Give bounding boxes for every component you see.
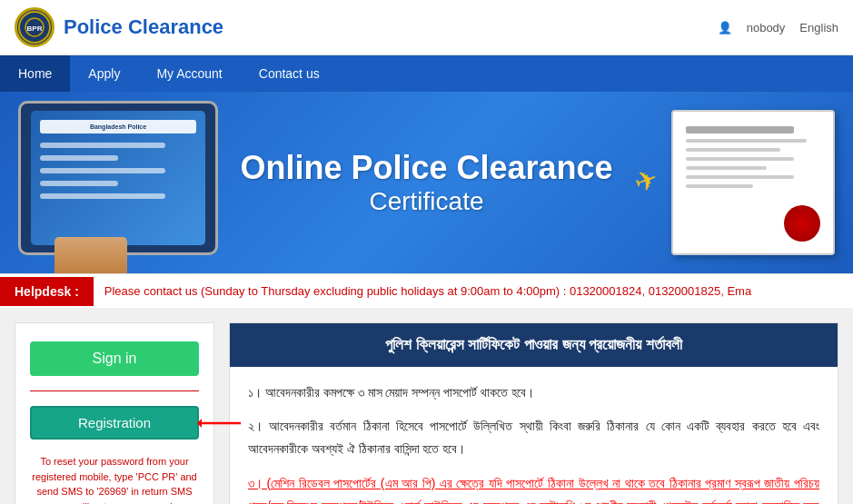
svg-text:BPR: BPR (27, 25, 43, 33)
top-right-area: 👤 nobody English (718, 21, 838, 35)
tablet-image: Bangladesh Police (18, 101, 218, 255)
hero-left-decoration: Bangladesh Police (0, 92, 236, 273)
signin-button[interactable]: Sign in (30, 341, 199, 376)
site-title: Police Clearance (64, 15, 223, 39)
helpdesk-label: Helpdesk : (0, 277, 94, 306)
main-content: Sign in Registration To reset your passw… (0, 308, 853, 504)
password-reset-text: To reset your password from your registe… (30, 454, 199, 504)
right-panel-header: পুলিশ ক্লিয়ারেন্স সার্টিফিকেট পাওয়ার জ… (230, 323, 838, 367)
nav-item-apply[interactable]: Apply (70, 55, 138, 92)
nav-item-my-account[interactable]: My Account (138, 55, 240, 92)
user-label[interactable]: nobody (747, 21, 786, 35)
hero-subtitle: Certificate (240, 187, 612, 216)
cert-seal (784, 205, 820, 242)
language-selector[interactable]: English (799, 21, 838, 35)
logo-icon: BPR (15, 7, 55, 47)
register-button[interactable]: Registration (30, 406, 199, 440)
right-panel: পুলিশ ক্লিয়ারেন্স সার্টিফিকেট পাওয়ার জ… (229, 322, 838, 504)
top-bar: BPR Police Clearance 👤 nobody English (0, 0, 853, 55)
condition-1: ১। আবেদনকারীর কমপক্ষে ৩ মাস মেয়াদ সম্পন… (248, 381, 819, 404)
panel-divider (30, 390, 199, 391)
left-panel: Sign in Registration To reset your passw… (15, 322, 214, 504)
user-icon: 👤 (718, 21, 732, 35)
nav-bar: Home Apply My Account Contact us (0, 55, 853, 92)
register-arrow (197, 410, 243, 437)
right-panel-body: ১। আবেদনকারীর কমপক্ষে ৩ মাস মেয়াদ সম্পন… (230, 367, 838, 504)
hero-content: Online Police Clearance Certificate (240, 149, 612, 216)
hero-certificate-image (671, 110, 835, 255)
airplane-icon: ✈ (630, 162, 662, 199)
hero-title: Online Police Clearance (240, 149, 612, 187)
condition-2: ২। আবেদনকারীর বর্তমান ঠিকানা হিসেবে পাসপ… (248, 415, 819, 460)
nav-item-contact-us[interactable]: Contact us (241, 55, 338, 92)
helpdesk-text: Please contact us (Sunday to Thursday ex… (94, 277, 762, 305)
condition-3: ৩। (মেশিন রিডেবল পাসপোর্টের (এম আর পি) এ… (248, 472, 819, 504)
register-wrapper: Registration (30, 406, 199, 440)
helpdesk-bar: Helpdesk : Please contact us (Sunday to … (0, 273, 853, 308)
nav-item-home[interactable]: Home (0, 55, 70, 92)
hero-banner: Bangladesh Police Online Police Clearanc… (0, 92, 853, 273)
svg-marker-4 (197, 419, 202, 428)
logo-area: BPR Police Clearance (15, 7, 223, 47)
